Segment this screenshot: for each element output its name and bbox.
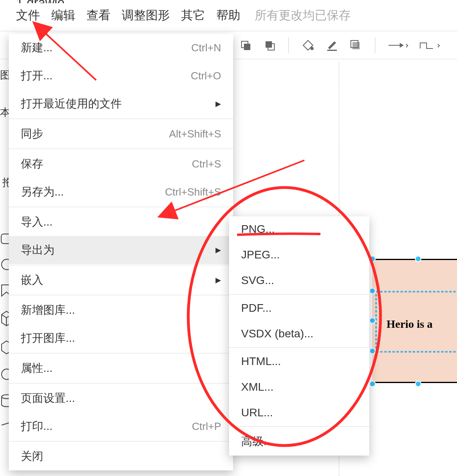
file-menu-dropdown: 新建... Ctrl+N 打开... Ctrl+O 打开最近使用的文件 ▶ 同步… (9, 34, 233, 470)
menu-separator (9, 441, 233, 442)
menu-separator (9, 149, 233, 149)
chevron-right-icon: ▶ (215, 99, 221, 108)
selection-handle[interactable] (369, 348, 376, 354)
menu-separator (229, 347, 369, 348)
waypoints-icon[interactable] (419, 38, 441, 52)
menu-item-close[interactable]: 关闭 (9, 442, 233, 470)
selection-handle[interactable] (415, 256, 421, 262)
menu-view[interactable]: 查看 (87, 7, 111, 24)
menu-item-label: 打开... (21, 68, 52, 83)
selection-guide (372, 291, 457, 292)
menu-item-label: 保存 (21, 156, 43, 171)
menu-item-open-recent[interactable]: 打开最近使用的文件 ▶ (9, 90, 233, 118)
menu-item-label: 新增图库... (21, 303, 75, 318)
menu-item-properties[interactable]: 属性... (9, 354, 233, 382)
to-front-icon[interactable] (239, 38, 253, 52)
menu-separator (9, 119, 233, 119)
save-status: 所有更改均已保存 (255, 7, 351, 24)
svg-point-4 (310, 47, 314, 50)
toolbar-separator (375, 37, 375, 53)
menu-item-new-library[interactable]: 新增图库... (9, 296, 233, 324)
selection-handle[interactable] (369, 381, 376, 387)
export-png[interactable]: PNG... (229, 216, 369, 242)
menu-help[interactable]: 帮助 (216, 7, 240, 24)
export-submenu: PNG... JPEG... SVG... PDF... VSDX (beta)… (229, 216, 369, 456)
svg-rect-5 (327, 50, 337, 51)
menu-item-label: PDF... (241, 302, 272, 315)
menu-item-label: 另存为... (21, 184, 64, 200)
menu-item-sync[interactable]: 同步 Alt+Shift+S (9, 120, 233, 148)
menu-separator (9, 265, 233, 265)
menu-item-export-as[interactable]: 导出为 ▶ (9, 236, 233, 264)
export-pdf[interactable]: PDF... (229, 295, 369, 321)
menu-file[interactable]: 文件 (16, 7, 40, 24)
menu-separator (229, 426, 369, 427)
menu-arrange[interactable]: 调整图形 (122, 7, 170, 24)
menu-item-shortcut: Ctrl+S (192, 158, 221, 170)
selection-handle[interactable] (369, 288, 376, 294)
menu-item-shortcut: Ctrl+P (192, 420, 221, 433)
menu-edit[interactable]: 编辑 (51, 7, 75, 24)
menu-item-label: JPEG... (241, 248, 280, 261)
selection-handle[interactable] (369, 256, 376, 262)
chevron-right-icon: ▶ (215, 276, 221, 284)
to-back-icon[interactable] (262, 38, 276, 52)
export-vsdx[interactable]: VSDX (beta)... (229, 321, 369, 347)
export-advanced[interactable]: 高级... (229, 428, 369, 456)
selection-guide (372, 351, 457, 353)
export-html[interactable]: HTML... (229, 349, 369, 374)
menu-item-page-setup[interactable]: 页面设置... (9, 384, 233, 412)
document-title: 1.drawio (0, 0, 457, 3)
menu-bar: 文件 编辑 查看 调整图形 其它 帮助 所有更改均已保存 (0, 3, 457, 31)
menu-item-shortcut: Ctrl+O (191, 70, 221, 82)
menu-item-label: VSDX (beta)... (241, 327, 314, 340)
diagram-node[interactable]: Herio is a (372, 259, 457, 383)
node-text: Herio is a (387, 318, 433, 331)
selection-handle[interactable] (415, 381, 421, 387)
chevron-right-icon: ▶ (215, 246, 221, 254)
menu-item-label: 页面设置... (21, 391, 75, 406)
connection-icon[interactable] (387, 38, 409, 52)
menu-item-embed[interactable]: 嵌入 ▶ (9, 266, 233, 294)
export-xml[interactable]: XML... (229, 374, 369, 400)
menu-item-new[interactable]: 新建... Ctrl+N (9, 34, 233, 62)
menu-item-label: XML... (241, 381, 274, 393)
menu-item-print[interactable]: 打印... Ctrl+P (9, 412, 233, 440)
menu-item-shortcut: Alt+Shift+S (169, 128, 221, 140)
menu-item-label: URL... (241, 406, 273, 419)
menu-separator (9, 207, 233, 207)
menu-item-label: HTML... (241, 355, 281, 368)
line-color-icon[interactable] (325, 38, 339, 52)
selection-handle[interactable] (369, 317, 376, 324)
menu-separator (9, 295, 233, 295)
menu-item-label: 新建... (21, 40, 52, 55)
menu-item-label: SVG... (241, 274, 274, 287)
menu-item-save-as[interactable]: 另存为... Ctrl+Shift+S (9, 178, 233, 206)
menu-item-open[interactable]: 打开... Ctrl+O (9, 62, 233, 90)
menu-item-save[interactable]: 保存 Ctrl+S (9, 150, 233, 178)
menu-separator (9, 383, 233, 383)
fill-color-icon[interactable] (301, 38, 315, 52)
svg-rect-1 (244, 44, 250, 50)
menu-item-label: 嵌入 (21, 272, 43, 288)
export-svg[interactable]: SVG... (229, 268, 369, 293)
menu-item-import[interactable]: 导入... (9, 208, 233, 236)
title-text: 1.drawio (16, 0, 64, 3)
menu-item-label: 打开图库... (21, 331, 75, 346)
menu-item-label: 导入... (21, 214, 52, 230)
menu-item-label: 同步 (21, 126, 43, 141)
toolbar-separator (288, 37, 289, 53)
svg-rect-6 (352, 42, 360, 49)
shadow-icon[interactable] (348, 38, 362, 52)
menu-item-label: 打印... (21, 419, 52, 434)
menu-item-label: 属性... (21, 361, 52, 376)
export-url[interactable]: URL... (229, 400, 369, 426)
menu-separator (9, 353, 233, 353)
menu-item-label: 打开最近使用的文件 (21, 96, 122, 111)
menu-item-label: 高级... (241, 434, 273, 449)
menu-item-open-library[interactable]: 打开图库... (9, 324, 233, 352)
menu-item-shortcut: Ctrl+Shift+S (165, 186, 221, 198)
export-jpeg[interactable]: JPEG... (229, 242, 369, 268)
svg-rect-3 (266, 41, 272, 48)
menu-extras[interactable]: 其它 (181, 7, 205, 24)
